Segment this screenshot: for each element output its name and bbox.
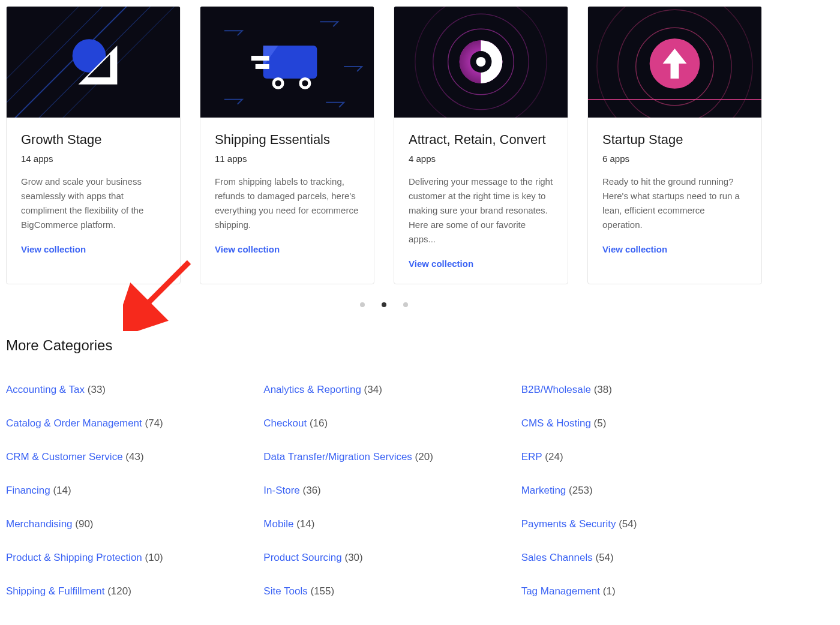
category-link[interactable]: CMS & Hosting [521,417,591,429]
pagination-dot-1[interactable] [360,302,365,307]
pagination-dot-2[interactable] [382,302,386,307]
category-item: Payments & Security (54) [521,518,762,530]
category-item: Financing (14) [6,485,247,497]
category-count: (14) [296,518,314,530]
category-link[interactable]: Mobile [263,518,293,530]
svg-point-12 [275,80,281,86]
category-item: Shipping & Fulfillment (120) [6,585,247,597]
category-item: Marketing (253) [521,485,762,497]
card-apps-count: 6 apps [602,154,747,164]
card-image [7,7,180,118]
category-link[interactable]: Financing [6,485,50,496]
category-link[interactable]: Product & Shipping Protection [6,552,142,563]
carousel-pagination [6,302,762,307]
category-count: (43) [125,451,143,462]
category-link[interactable]: Merchandising [6,518,73,530]
category-item: Checkout (16) [263,417,504,429]
category-count: (36) [303,485,321,496]
category-link[interactable]: Catalog & Order Management [6,417,142,429]
category-link[interactable]: Accounting & Tax [6,384,85,395]
collection-card-growth[interactable]: Growth Stage 14 apps Grow and scale your… [6,6,181,284]
category-item: Analytics & Reporting (34) [263,384,504,396]
category-count: (54) [619,518,637,530]
category-item: Site Tools (155) [263,585,504,597]
category-count: (33) [88,384,106,395]
category-link[interactable]: ERP [521,451,542,462]
collection-cards-row: Growth Stage 14 apps Grow and scale your… [6,6,762,284]
category-link[interactable]: Product Sourcing [263,552,341,563]
collection-card-startup[interactable]: Startup Stage 6 apps Ready to hit the gr… [587,6,762,284]
category-item: Mobile (14) [263,518,504,530]
svg-point-22 [476,57,486,67]
category-link[interactable]: Checkout [263,417,307,429]
card-description: Grow and scale your business seamlessly … [21,175,166,232]
card-title: Growth Stage [21,132,166,148]
view-collection-link[interactable]: View collection [602,244,667,254]
category-link[interactable]: B2B/Wholesale [521,384,591,395]
category-link[interactable]: Sales Channels [521,552,593,563]
category-item: B2B/Wholesale (38) [521,384,762,396]
category-count: (253) [569,485,593,496]
collection-card-shipping[interactable]: Shipping Essentials 11 apps From shippin… [200,6,374,284]
category-count: (24) [545,451,563,462]
category-item: Merchandising (90) [6,518,247,530]
category-count: (1) [603,585,616,597]
category-link[interactable]: In-Store [263,485,299,496]
category-item: Product & Shipping Protection (10) [6,552,247,564]
category-count: (74) [145,417,163,429]
category-count: (90) [75,518,93,530]
category-count: (20) [415,451,433,462]
svg-point-14 [302,80,308,86]
category-item: ERP (24) [521,451,762,463]
category-link[interactable]: Shipping & Fulfillment [6,585,104,597]
categories-grid: Accounting & Tax (33) Analytics & Report… [6,384,762,597]
card-apps-count: 4 apps [409,154,553,164]
card-image [394,7,568,118]
category-link[interactable]: Analytics & Reporting [263,384,361,395]
pagination-dot-3[interactable] [403,302,408,307]
category-item: CRM & Customer Service (43) [6,451,247,463]
category-link[interactable]: Marketing [521,485,566,496]
card-title: Startup Stage [602,132,747,148]
category-count: (16) [310,417,328,429]
category-link[interactable]: Payments & Security [521,518,616,530]
category-item: Accounting & Tax (33) [6,384,247,396]
category-link[interactable]: Tag Management [521,585,600,597]
category-item: Product Sourcing (30) [263,552,504,564]
category-item: Catalog & Order Management (74) [6,417,247,429]
view-collection-link[interactable]: View collection [21,244,86,254]
card-title: Shipping Essentials [215,132,359,148]
collection-card-attract[interactable]: Attract, Retain, Convert 4 apps Deliveri… [394,6,568,284]
category-item: Data Transfer/Migration Services (20) [263,451,504,463]
card-apps-count: 11 apps [215,154,359,164]
category-count: (5) [594,417,607,429]
card-description: Delivering your message to the right cus… [409,175,553,247]
svg-rect-9 [251,56,269,61]
more-categories-heading: More Categories [6,337,762,354]
card-image [588,7,761,118]
category-count: (54) [595,552,613,563]
category-count: (120) [107,585,131,597]
category-count: (155) [310,585,334,597]
svg-rect-10 [256,64,269,69]
view-collection-link[interactable]: View collection [215,244,280,254]
view-collection-link[interactable]: View collection [409,259,473,269]
category-count: (10) [145,552,163,563]
card-title: Attract, Retain, Convert [409,132,553,148]
category-link[interactable]: CRM & Customer Service [6,451,123,462]
category-count: (14) [53,485,71,496]
category-item: CMS & Hosting (5) [521,417,762,429]
category-count: (38) [594,384,612,395]
card-description: Ready to hit the ground running? Here's … [602,175,747,232]
card-apps-count: 14 apps [21,154,166,164]
category-item: Sales Channels (54) [521,552,762,564]
category-item: In-Store (36) [263,485,504,497]
category-count: (30) [344,552,362,563]
category-link[interactable]: Site Tools [263,585,307,597]
card-image [200,7,374,118]
category-count: (34) [364,384,382,395]
card-description: From shipping labels to tracking, refund… [215,175,359,232]
category-link[interactable]: Data Transfer/Migration Services [263,451,412,462]
category-item: Tag Management (1) [521,585,762,597]
